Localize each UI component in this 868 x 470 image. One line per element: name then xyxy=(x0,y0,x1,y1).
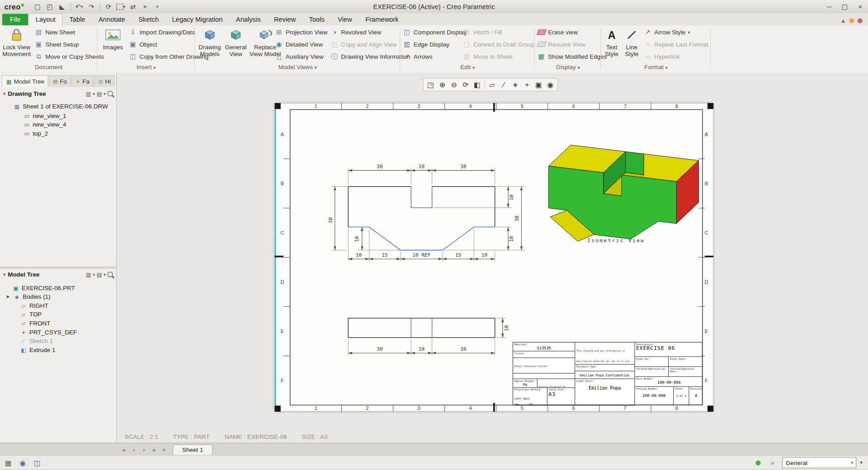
swap-windows-icon[interactable]: ⇄ xyxy=(127,2,138,12)
drawing-tree-view-row[interactable]: ▭new_view_4 xyxy=(0,120,116,129)
alert-status-icon[interactable] xyxy=(858,18,863,23)
text-style-button[interactable]: A Text Style xyxy=(602,27,621,57)
tab-favorites[interactable]: ★Fa xyxy=(71,75,94,87)
find-icon[interactable]: ⌕ xyxy=(771,458,775,467)
new-sheet-button[interactable]: ▤New Sheet xyxy=(34,27,75,38)
browser-toggle-icon[interactable]: ◉ xyxy=(17,457,29,468)
tab-model-tree[interactable]: ▦Model Tree xyxy=(2,75,48,87)
detailed-view-button[interactable]: ◉Detailed View xyxy=(274,39,323,50)
group-label-edit[interactable]: Edit ▾ xyxy=(400,64,535,73)
search-icon[interactable] xyxy=(108,91,113,96)
collapse-icon[interactable]: ▾ xyxy=(3,91,5,96)
model-tree-row-right[interactable]: ▱RIGHT xyxy=(0,301,116,310)
repaint-icon[interactable]: ⟳ xyxy=(460,80,471,90)
model-tree-row-csys[interactable]: +PRT_CSYS_DEF xyxy=(0,328,116,337)
images-button[interactable]: Images xyxy=(101,27,125,51)
tree-settings-icon[interactable]: ▥ xyxy=(86,90,91,96)
tab-table[interactable]: Table xyxy=(63,14,92,26)
tab-tools[interactable]: Tools xyxy=(302,14,331,26)
move-copy-sheets-button[interactable]: ⧉Move or Copy Sheets xyxy=(34,51,104,62)
close-button[interactable]: × xyxy=(853,1,868,12)
regenerate-icon[interactable]: ⟳ xyxy=(103,2,114,12)
panel-splitter[interactable] xyxy=(0,267,116,269)
open-file-icon[interactable]: ◰ xyxy=(44,2,55,12)
group-label-document[interactable]: Document xyxy=(0,64,98,73)
tab-legacy-migration[interactable]: Legacy Migration xyxy=(165,14,229,26)
tree-view-icon[interactable]: ▤ xyxy=(97,272,102,277)
auxiliary-view-button[interactable]: △Auxiliary View xyxy=(274,51,323,62)
sheet-tab[interactable]: Sheet 1 xyxy=(173,444,212,455)
undo-icon[interactable]: ↶▾ xyxy=(74,2,85,12)
close-window-icon[interactable]: × xyxy=(140,2,151,12)
axis-display-icon[interactable]: ∕ xyxy=(498,80,509,90)
drawing-models-button[interactable]: Drawing Models xyxy=(197,27,222,57)
graphics-area[interactable]: ◳ ⊕ ⊖ ⟳ ◧ ▱ ∕ ∗ + ▣ ◉ xyxy=(117,73,868,443)
minimize-button[interactable]: ─ xyxy=(821,1,837,12)
point-display-icon[interactable]: ∗ xyxy=(510,80,521,90)
maximize-button[interactable]: ▢ xyxy=(837,1,852,12)
projection-view-button[interactable]: ⊞Projection View xyxy=(274,27,327,38)
group-label-display[interactable]: Display ▾ xyxy=(535,64,601,73)
add-sheet-icon[interactable]: + xyxy=(160,446,169,455)
tab-annotate[interactable]: Annotate xyxy=(92,14,132,26)
selection-filter-icon[interactable]: ▾ xyxy=(115,2,126,12)
component-display-button[interactable]: ◫Component Display xyxy=(402,27,467,38)
drawing-tree-view-row[interactable]: ▭top_2 xyxy=(0,129,116,138)
drawing-tree-sheet-row[interactable]: ▦Sheet 1 of EXERCISE-06.DRW xyxy=(0,102,116,111)
tab-framework[interactable]: Framework xyxy=(359,14,406,26)
model-tree-toggle-icon[interactable]: ▦ xyxy=(2,457,14,468)
search-icon[interactable] xyxy=(108,272,113,277)
new-file-icon[interactable]: ▢ xyxy=(32,2,43,12)
tab-view[interactable]: View xyxy=(331,14,359,26)
drawing-sheet[interactable]: 12345678 12345678 ABCDEF ABCDEF xyxy=(274,103,713,412)
display-style-icon[interactable]: ◧ xyxy=(472,80,482,90)
group-label-model-views[interactable]: Model Views ▾ xyxy=(195,64,400,73)
tree-view-icon[interactable]: ▤ xyxy=(97,90,102,96)
tree-settings-icon[interactable]: ▥ xyxy=(86,272,91,277)
redo-icon[interactable]: ↷ xyxy=(86,2,97,12)
windows-icon[interactable]: ◫ xyxy=(31,457,43,468)
tab-history[interactable]: ◷Hi xyxy=(94,75,115,87)
group-label-insert[interactable]: Insert ▾ xyxy=(98,64,195,73)
tree-view-caret[interactable]: ▾ xyxy=(104,272,106,277)
save-icon[interactable]: ◣ xyxy=(57,2,67,12)
refit-icon[interactable]: ◳ xyxy=(425,80,436,90)
csys-display-icon[interactable]: + xyxy=(521,80,532,90)
import-drawing-data-button[interactable]: ⇩Import Drawing/Data xyxy=(128,27,195,38)
sheet-setup-button[interactable]: ▣Sheet Setup xyxy=(34,39,79,50)
object-button[interactable]: ▣Object xyxy=(128,39,157,50)
tab-folder-browser[interactable]: ▤Fo xyxy=(49,75,71,87)
tab-file[interactable]: File xyxy=(2,14,28,26)
resource-status-icon[interactable] xyxy=(849,18,854,23)
tab-layout[interactable]: Layout xyxy=(28,13,63,26)
erase-view-button[interactable]: Erase view xyxy=(537,27,578,38)
arrows-button[interactable]: ↗Arrows xyxy=(402,51,432,62)
selection-filter-select[interactable]: General ▾ xyxy=(783,457,857,468)
tree-settings-caret[interactable]: ▾ xyxy=(93,91,95,96)
expand-icon[interactable]: ▶ xyxy=(7,294,11,299)
filter-options-icon[interactable]: ▾ xyxy=(860,460,863,465)
model-tree-row-bodies[interactable]: ▶◈Bodies (1) xyxy=(0,292,116,301)
model-tree-row-top[interactable]: ▱TOP xyxy=(0,310,116,319)
annotation-display-icon[interactable]: ▣ xyxy=(533,80,544,90)
spin-center-icon[interactable]: ◉ xyxy=(545,80,556,90)
line-style-button[interactable]: Line Style xyxy=(622,27,641,57)
model-tree-part-row[interactable]: ▣EXERCISE-06.PRT xyxy=(0,283,116,292)
previous-sheet-icon[interactable]: ‹ xyxy=(130,446,139,455)
drawing-view-information-button[interactable]: ⓘDrawing View Information xyxy=(330,51,410,62)
collapse-icon[interactable]: ▾ xyxy=(3,272,5,277)
show-modified-edges-button[interactable]: ▦Show Modified Edges xyxy=(537,51,607,62)
edge-display-button[interactable]: ▥Edge Display xyxy=(402,39,449,50)
model-tree-row-extrude[interactable]: ◧Extrude 1 xyxy=(0,345,116,354)
minimize-ribbon-icon[interactable]: ▲ xyxy=(840,18,846,24)
next-sheet-icon[interactable]: › xyxy=(140,446,149,455)
revolved-view-button[interactable]: ◑Revolved View xyxy=(330,27,381,38)
title-block[interactable]: Material:S235JR Finish: Unless Otherwise… xyxy=(513,342,703,405)
tab-review[interactable]: Review xyxy=(267,14,302,26)
first-sheet-icon[interactable]: « xyxy=(119,446,128,455)
model-tree-row-sketch[interactable]: ∕Sketch 1 xyxy=(0,336,116,345)
tree-view-caret[interactable]: ▾ xyxy=(104,91,106,96)
isometric-view-label[interactable]: Isometric View xyxy=(587,238,645,244)
tab-sketch[interactable]: Sketch xyxy=(132,14,165,26)
zoom-in-icon[interactable]: ⊕ xyxy=(437,80,448,90)
